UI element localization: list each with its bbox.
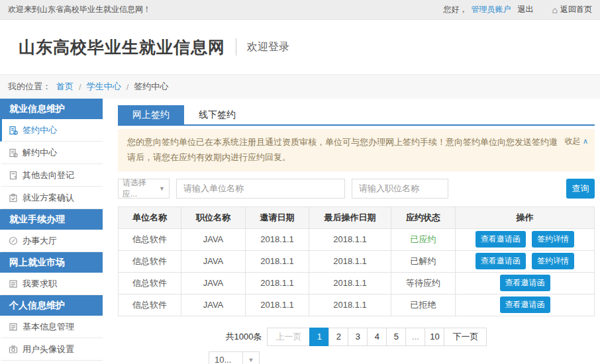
sidebar-item-employment-plan-confirm[interactable]: 就业方案确认 xyxy=(0,187,103,209)
chevron-down-icon[interactable]: ▼ xyxy=(242,351,260,364)
sidebar-item-label: 我要求职 xyxy=(23,278,57,290)
sidebar-section-personal-info: 个人信息维护 xyxy=(0,295,103,316)
sidebar-item-basic-info[interactable]: 基本信息管理 xyxy=(0,316,103,338)
tab-offline-signing[interactable]: 线下签约 xyxy=(184,105,250,124)
topbar: 欢迎来到山东省高校毕业生就业信息网！ 您好， 管理员账户 退出 ⌂ 返回首页 xyxy=(0,0,600,20)
sidebar-item-label: 用户头像设置 xyxy=(23,343,74,355)
breadcrumb-label: 我的位置： xyxy=(8,81,51,93)
page-button-5[interactable]: 5 xyxy=(386,328,406,346)
sidebar-section-employment-procedures: 就业手续办理 xyxy=(0,209,103,230)
table-header-row: 单位名称 职位名称 邀请日期 最后操作日期 应约状态 操作 xyxy=(119,206,595,228)
position-name-input[interactable] xyxy=(352,179,448,199)
pagination: 共1000条 上一页 1 2 3 4 5 ... 10 下一页 xyxy=(118,328,595,346)
camera-icon xyxy=(9,345,18,354)
cell-company: 信总软件 xyxy=(119,294,181,316)
logout-link[interactable]: 退出 xyxy=(518,4,534,15)
page-button-2[interactable]: 2 xyxy=(328,328,348,346)
breadcrumb-separator: / xyxy=(79,82,81,92)
sidebar-item-other-destination[interactable]: 其他去向登记 xyxy=(0,164,103,187)
sidebar-item-label: 其他去向登记 xyxy=(23,169,74,181)
sidebar-item-label: 就业方案确认 xyxy=(23,192,74,204)
sidebar-item-job-seeking[interactable]: 我要求职 xyxy=(0,273,103,295)
view-invitation-button[interactable]: 查看邀请函 xyxy=(500,296,550,313)
status-badge: 已应约 xyxy=(391,228,456,250)
collapse-toggle[interactable]: 收起 ∧ xyxy=(565,134,588,148)
company-name-input[interactable] xyxy=(176,179,345,199)
cell-company: 信总软件 xyxy=(119,272,181,294)
table-row: 信总软件 JAVA 2018.1.1 2018.1.1 已解约 查看邀请函 签约… xyxy=(119,250,595,272)
compass-icon xyxy=(9,236,18,246)
sidebar-item-signing-center[interactable]: 签约中心 xyxy=(0,119,103,142)
sidebar-item-service-hall[interactable]: 办事大厅 xyxy=(0,230,103,252)
cell-position: JAVA xyxy=(181,228,246,250)
cell-company: 信总软件 xyxy=(119,228,181,250)
contract-icon xyxy=(9,126,18,135)
sidebar-item-termination-center[interactable]: 解约中心 xyxy=(0,142,103,164)
status-select-value: 请选择应... xyxy=(123,177,159,200)
cell-last-date: 2018.1.1 xyxy=(309,228,391,250)
chevron-down-icon: ▼ xyxy=(159,185,165,192)
page-size-select[interactable]: 10... xyxy=(209,351,243,364)
invitations-table: 单位名称 职位名称 邀请日期 最后操作日期 应约状态 操作 信总软件 JAVA … xyxy=(118,206,595,316)
filter-bar: 请选择应... ▼ 查询 xyxy=(118,179,595,199)
status-badge: 等待应约 xyxy=(391,272,456,294)
terminate-contract-icon xyxy=(9,148,18,158)
account-link[interactable]: 管理员账户 xyxy=(472,4,511,15)
status-badge: 已拒绝 xyxy=(391,294,456,316)
breadcrumb-student-center[interactable]: 学生中心 xyxy=(87,81,121,93)
total-count: 共1000条 xyxy=(226,331,262,343)
status-badge: 已解约 xyxy=(391,250,456,272)
col-actions: 操作 xyxy=(456,206,595,228)
cell-invite-date: 2018.1.1 xyxy=(246,250,309,272)
col-company: 单位名称 xyxy=(119,206,181,228)
notice-banner: 您的意向签约单位已在本系统注册且通过资质审核，单位可与您办理网上签约手续！意向签… xyxy=(118,129,595,171)
main-content: 网上签约 线下签约 您的意向签约单位已在本系统注册且通过资质审核，单位可与您办理… xyxy=(118,99,595,364)
title-divider xyxy=(236,38,236,56)
return-home-label: 返回首页 xyxy=(560,4,592,15)
site-title: 山东高校毕业生就业信息网 xyxy=(19,36,225,58)
table-row: 信总软件 JAVA 2018.1.1 2018.1.1 等待应约 查看邀请函 xyxy=(119,272,595,294)
cell-actions: 查看邀请函 xyxy=(456,294,595,316)
cell-position: JAVA xyxy=(181,294,246,316)
col-invite-date: 邀请日期 xyxy=(246,206,309,228)
cell-invite-date: 2018.1.1 xyxy=(246,294,309,316)
page-ellipsis[interactable]: ... xyxy=(405,328,425,346)
site-subtitle: 欢迎登录 xyxy=(247,40,289,54)
view-invitation-button[interactable]: 查看邀请函 xyxy=(475,231,526,248)
sidebar-item-label: 基本信息管理 xyxy=(23,321,74,333)
page-button-1[interactable]: 1 xyxy=(309,328,329,346)
table-row: 信总软件 JAVA 2018.1.1 2018.1.1 已应约 查看邀请函 签约… xyxy=(119,228,595,250)
signing-detail-button[interactable]: 签约详情 xyxy=(532,253,574,269)
cell-position: JAVA xyxy=(181,272,246,294)
view-invitation-button[interactable]: 查看邀请函 xyxy=(500,275,550,291)
page-button-3[interactable]: 3 xyxy=(348,328,368,346)
col-status: 应约状态 xyxy=(391,206,456,228)
cell-last-date: 2018.1.1 xyxy=(309,250,391,272)
return-home-link[interactable]: ⌂ 返回首页 xyxy=(552,4,592,15)
sidebar-item-avatar-settings[interactable]: 用户头像设置 xyxy=(0,338,103,361)
sidebar-section-employment-info: 就业信息维护 xyxy=(0,99,103,119)
home-icon: ⌂ xyxy=(552,5,558,15)
sidebar-item-label: 解约中心 xyxy=(23,147,57,159)
status-select[interactable]: 请选择应... ▼ xyxy=(118,179,170,199)
breadcrumb-home[interactable]: 首页 xyxy=(56,81,74,93)
tab-online-signing[interactable]: 网上签约 xyxy=(118,105,184,124)
view-invitation-button[interactable]: 查看邀请函 xyxy=(475,253,526,269)
cell-actions: 查看邀请函 xyxy=(456,272,595,294)
sidebar-section-online-job-market: 网上就业市场 xyxy=(0,252,103,273)
cell-company: 信总软件 xyxy=(119,250,181,272)
page-size-control: 10... ▼ xyxy=(209,351,595,364)
notice-text: 您的意向签约单位已在本系统注册且通过资质审核，单位可与您办理网上签约手续！意向签… xyxy=(127,137,558,162)
page-button-4[interactable]: 4 xyxy=(367,328,387,346)
table-row: 信总软件 JAVA 2018.1.1 2018.1.1 已拒绝 查看邀请函 xyxy=(119,294,595,316)
next-page-button[interactable]: 下一页 xyxy=(444,328,487,346)
info-list-icon xyxy=(9,322,18,332)
prev-page-button[interactable]: 上一页 xyxy=(267,328,310,346)
breadcrumb-current: 签约中心 xyxy=(134,81,168,93)
query-button[interactable]: 查询 xyxy=(566,179,595,199)
page-button-10[interactable]: 10 xyxy=(425,328,444,346)
signing-detail-button[interactable]: 签约详情 xyxy=(532,231,574,248)
collapse-label: 收起 xyxy=(565,136,581,146)
site-header: 山东高校毕业生就业信息网 欢迎登录 xyxy=(0,20,600,74)
greeting-text: 您好， xyxy=(444,4,468,15)
